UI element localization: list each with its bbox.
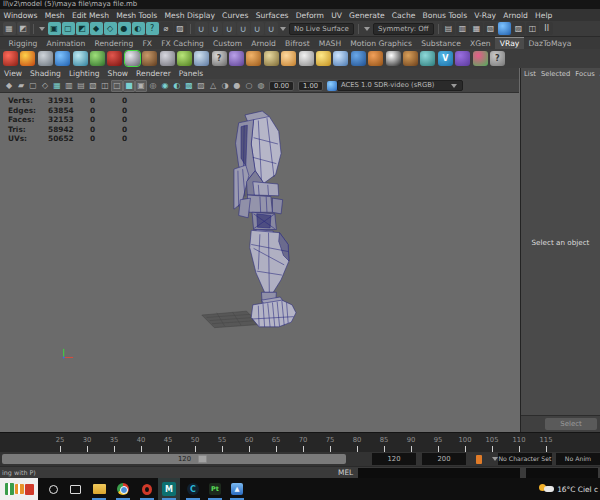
opera-button[interactable] [136,478,158,500]
item-fx-caching[interactable]: FX Caching [157,38,209,49]
item-surfaces[interactable]: Surfaces [252,11,292,20]
item-bifrost[interactable]: Bifrost [281,38,315,49]
item-cache[interactable]: Cache [388,11,419,20]
blue-panel-icon[interactable] [55,51,70,66]
item-generate[interactable]: Generate [346,11,389,20]
snap-view-plane-icon[interactable]: ∪ [251,22,264,35]
snap-projected-center-icon[interactable]: ∪ [237,22,250,35]
start-button[interactable] [0,478,38,500]
select-hierarchy-icon[interactable]: ▣ [48,22,61,35]
particle-flakes-icon[interactable] [194,51,209,66]
exposure-field[interactable]: 0.00 [269,81,294,91]
file-explorer-button[interactable] [88,478,110,500]
vray-sphere-red-icon[interactable] [3,51,18,66]
item-mash[interactable]: MASH [314,38,345,49]
item-mesh-tools[interactable]: Mesh Tools [113,11,161,20]
orange-dome-icon[interactable] [246,51,261,66]
highlight-selection-icon[interactable]: ▨ [174,22,187,35]
ik-rig-icon[interactable] [38,51,53,66]
color-dots-icon[interactable] [473,51,488,66]
task-view-button[interactable] [64,478,86,500]
range-slider-bar[interactable]: 120 [2,454,346,464]
xray-icon[interactable]: ◑ [219,80,231,92]
item-motion-graphics[interactable]: Motion Graphics [346,38,417,49]
snap-grid-icon[interactable]: ∪ [195,22,208,35]
selection-handle-icon[interactable]: ◩ [17,22,30,35]
hypershade-icon[interactable]: ▨ [512,22,525,35]
colorspace-dropdown[interactable]: ACES 1.0 SDR-video (sRGB) [337,80,463,91]
isolate-select-icon[interactable]: ● [231,80,243,92]
help-shelf-icon[interactable]: ? [490,51,505,66]
select-camera-icon[interactable]: ◆ [3,80,15,92]
resolution-gate-icon[interactable]: ▤ [75,80,87,92]
item-rendering[interactable]: Rendering [90,38,138,49]
item-curves[interactable]: Curves [219,11,253,20]
all-lights-icon[interactable]: ◎ [147,80,159,92]
blue-orb-icon[interactable] [351,51,366,66]
lineup-icon[interactable]: △ [207,80,219,92]
item-list[interactable]: List [524,70,536,78]
select-curve-icon[interactable]: ◇ [104,22,117,35]
playback-start-field[interactable]: 120 [372,453,416,465]
item-daztomaya[interactable]: DazToMaya [524,38,576,49]
symmetry-field[interactable]: Symmetry: Off [373,23,434,35]
pause-icon[interactable]: II [540,22,553,35]
emitter-cone-icon[interactable] [90,51,105,66]
chaos-app-icon[interactable] [455,51,470,66]
cortana-button[interactable] [42,478,64,500]
shaded-mode-icon[interactable]: ■ [123,80,135,92]
multisample-icon[interactable]: ▨ [195,80,207,92]
vray-logo-icon[interactable]: V [438,51,453,66]
mel-command-input[interactable] [358,468,520,478]
item-v-ray[interactable]: V-Ray [471,11,500,20]
make-live-icon[interactable]: ∪ [265,22,278,35]
auto-keyframe-icon[interactable] [476,455,482,464]
item-vray[interactable]: VRay [495,37,524,49]
range-slider-handle[interactable] [198,455,207,463]
exposure-icon[interactable]: ○ [243,80,255,92]
bookmark-icon[interactable]: ▢ [27,80,39,92]
wireframe-mode-icon[interactable]: □ [111,80,123,92]
item-arnold[interactable]: Arnold [247,38,281,49]
light-cone-icon[interactable] [299,51,314,66]
snap-point-icon[interactable]: ∪ [223,22,236,35]
film-gate-icon[interactable]: ▥ [63,80,75,92]
select-component-icon[interactable]: ◩ [76,22,89,35]
motion-blur-icon[interactable]: ▩ [183,80,195,92]
dynamics-curve-icon[interactable]: ? [212,51,227,66]
glow-orb-icon[interactable] [281,51,296,66]
time-slider[interactable]: 2530354045505560657075808590951001051101… [0,432,600,452]
item-animation[interactable]: Animation [42,38,90,49]
fluid-drop-icon[interactable] [73,51,88,66]
sun-light-icon[interactable] [316,51,331,66]
render-crate-icon[interactable] [403,51,418,66]
item-substance[interactable]: Substance [417,38,466,49]
c-app-button[interactable]: C [182,478,204,500]
item-lighting[interactable]: Lighting [65,69,104,78]
camera-attributes-icon[interactable]: ▰ [15,80,27,92]
item-selected[interactable]: Selected [541,70,570,78]
render-sequence-icon[interactable]: ▧ [484,22,497,35]
maya-button[interactable]: M [158,478,180,500]
funnel-light-icon[interactable] [264,51,279,66]
item-uv[interactable]: UV [328,11,346,20]
sky-dome-icon[interactable] [333,51,348,66]
item-focus[interactable]: Focus [575,70,594,78]
field-chart-icon[interactable]: ◫ [99,80,111,92]
render-view-icon[interactable]: ▤ [442,22,455,35]
item-xgen[interactable]: XGen [465,38,495,49]
select-surface-icon[interactable]: ● [118,22,131,35]
select-object-icon[interactable]: ▢ [62,22,75,35]
geo-sphere-icon[interactable] [160,51,175,66]
item-panels[interactable]: Panels [175,69,207,78]
viewport-model[interactable] [0,93,519,432]
item-edit-mesh[interactable]: Edit Mesh [68,11,112,20]
grease-pencil-icon[interactable]: ◇ [39,80,51,92]
item-show[interactable]: Show [104,69,133,78]
viewport-3d[interactable]: Verts:3193100Edges:6385400Faces:3215300T… [0,93,519,432]
checker-texture-icon[interactable] [386,51,401,66]
gate-mask-icon[interactable]: ▧ [87,80,99,92]
playback-end-field[interactable]: 200 [422,453,466,465]
gamma-icon[interactable]: ◍ [255,80,267,92]
snap-curve-icon[interactable]: ∪ [209,22,222,35]
